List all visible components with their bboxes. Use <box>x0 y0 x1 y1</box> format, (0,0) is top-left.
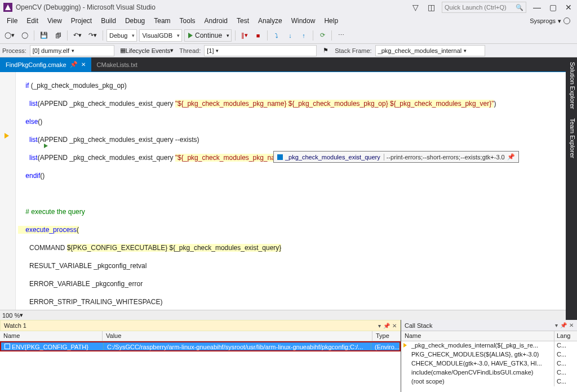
quick-launch-input[interactable]: Quick Launch (Ctrl+Q)🔍 <box>442 2 526 13</box>
stackframe-dropdown[interactable]: _pkg_check_modules_internal <box>375 45 485 56</box>
editor-tabs: FindPkgConfig.cmake📌✕ CMakeLists.txt <box>0 57 566 72</box>
nav-back-button[interactable]: ◯▾ <box>2 29 17 42</box>
tab-findpkgconfig[interactable]: FindPkgConfig.cmake📌✕ <box>0 57 91 72</box>
step-over-button[interactable]: ⤵ <box>271 29 282 42</box>
solution-explorer-tab[interactable]: Solution Explorer <box>566 57 577 114</box>
callstack-col-lang[interactable]: Lang <box>554 331 577 341</box>
search-icon: 🔍 <box>516 4 523 11</box>
current-frame-icon <box>403 343 407 348</box>
menu-tools[interactable]: Tools <box>175 16 200 26</box>
menu-bar: File Edit View Project Build Debug Team … <box>0 15 577 27</box>
stackframe-label: Stack Frame: <box>335 47 371 54</box>
save-button[interactable]: 💾 <box>38 29 50 42</box>
watch-col-type[interactable]: Type <box>372 331 401 341</box>
undo-button[interactable]: ↶▾ <box>71 29 84 42</box>
tb-extra-button[interactable]: ⋯ <box>335 29 347 42</box>
maximize-button[interactable]: ▢ <box>548 2 558 12</box>
debug-location-toolbar: Process: [0] dummy.elf ▦ Lifecycle Event… <box>0 44 577 57</box>
menu-android[interactable]: Android <box>200 16 232 26</box>
gear-icon[interactable] <box>563 17 570 24</box>
main-toolbar: ◯▾ ◯ 💾 🗐 ↶▾ ↷▾ Debug VisualGDB Continue … <box>0 27 577 44</box>
close-icon[interactable]: ✕ <box>392 323 397 329</box>
config-dropdown[interactable]: Debug <box>106 29 137 42</box>
watch-panel-header[interactable]: Watch 1 ▾📌✕ <box>0 320 401 331</box>
menu-team[interactable]: Team <box>149 16 175 26</box>
lifecycle-button[interactable]: ▦ Lifecycle Events ▾ <box>118 44 176 57</box>
menu-window[interactable]: Window <box>287 16 320 26</box>
tab-cmakelists[interactable]: CMakeLists.txt <box>91 57 143 72</box>
cube-icon <box>5 344 10 349</box>
pin-icon[interactable]: 📌 <box>383 323 390 329</box>
cube-icon <box>277 154 283 160</box>
zoom-indicator[interactable]: 100 % ▾ <box>0 310 566 320</box>
watch-row[interactable]: ENV{PKG_CONFIG_PATH} C:/SysGCC/raspberry… <box>0 341 401 351</box>
redo-button[interactable]: ↷▾ <box>86 29 99 42</box>
close-icon[interactable]: ✕ <box>569 322 574 328</box>
menu-build[interactable]: Build <box>96 16 121 26</box>
platform-dropdown[interactable]: VisualGDB <box>139 29 182 42</box>
dropdown-icon[interactable]: ▾ <box>555 322 558 328</box>
break-button[interactable]: ‖▾ <box>239 29 250 42</box>
callstack-row[interactable]: _pkg_check_modules_internal(${_pkg_is_re… <box>401 341 577 350</box>
sysprogs-menu[interactable]: Sysprogs▾ <box>530 17 575 25</box>
menu-project[interactable]: Project <box>66 16 96 26</box>
minimize-button[interactable]: ― <box>532 2 542 12</box>
pin-icon[interactable]: 📌 <box>560 322 567 328</box>
thread-flag-button[interactable]: ⚑ <box>320 44 331 57</box>
pin-icon[interactable]: 📌 <box>507 153 515 161</box>
callstack-row[interactable]: PKG_CHECK_MODULES(${ALIAS}, gtk+-3.0)C..… <box>401 350 577 359</box>
window-title: OpenCV (Debugging) - Microsoft Visual St… <box>16 3 410 11</box>
feedback-icon[interactable]: ◫ <box>426 2 436 12</box>
save-all-button[interactable]: 🗐 <box>52 29 64 42</box>
step-out-button[interactable]: ↑ <box>298 29 309 42</box>
callstack-header[interactable]: Call Stack ▾📌✕ <box>401 320 577 331</box>
menu-analyze[interactable]: Analyze <box>254 16 287 26</box>
process-dropdown[interactable]: [0] dummy.elf <box>30 45 114 56</box>
callstack-list[interactable]: _pkg_check_modules_internal(${_pkg_is_re… <box>401 341 577 392</box>
continue-button[interactable]: Continue <box>184 29 232 42</box>
thread-label: Thread: <box>179 47 201 54</box>
watch-col-value[interactable]: Value <box>103 331 372 341</box>
dropdown-icon[interactable]: ▾ <box>378 323 381 329</box>
play-icon <box>188 33 193 38</box>
code-editor[interactable]: if (_pkg_check_modules_pkg_op) list(APPE… <box>0 72 566 310</box>
tooltip-value: --print-errors;--short-errors;--exists;g… <box>384 154 505 161</box>
menu-help[interactable]: Help <box>319 16 343 26</box>
vs-logo-icon <box>3 3 12 12</box>
watch-col-name[interactable]: Name <box>0 331 103 341</box>
close-button[interactable]: ✕ <box>563 2 574 12</box>
step-into-button[interactable]: ↓ <box>285 29 296 42</box>
menu-view[interactable]: View <box>43 16 66 26</box>
pin-icon[interactable]: 📌 <box>70 61 78 68</box>
restart-button[interactable]: ⟳ <box>317 29 328 42</box>
stop-button[interactable]: ■ <box>252 29 264 42</box>
notifications-icon[interactable]: ▽ <box>410 2 420 12</box>
callstack-row[interactable]: (root scope)C... <box>401 377 577 386</box>
process-label: Process: <box>2 47 26 54</box>
tab-close-icon[interactable]: ✕ <box>81 61 86 68</box>
breakpoint-marker-icon[interactable] <box>5 133 9 139</box>
tooltip-name: _pkg_check_modules_exist_query <box>285 154 380 161</box>
menu-file[interactable]: File <box>2 16 22 26</box>
thread-dropdown[interactable]: [1] <box>204 45 317 56</box>
callstack-col-name[interactable]: Name <box>401 331 554 341</box>
debug-tooltip[interactable]: _pkg_check_modules_exist_query --print-e… <box>273 151 519 163</box>
nav-fwd-button[interactable]: ◯ <box>19 29 30 42</box>
callstack-row[interactable]: include(cmake/OpenCVFindLibsGUI.cmake)C.… <box>401 368 577 377</box>
editor-gutter[interactable] <box>0 72 16 310</box>
menu-test[interactable]: Test <box>232 16 254 26</box>
watch-grid[interactable]: Name Value Type ENV{PKG_CONFIG_PATH} C:/… <box>0 331 401 392</box>
menu-edit[interactable]: Edit <box>22 16 43 26</box>
callstack-row[interactable]: CHECK_MODULE(gtk+-3.0, HAVE_GTK3, HI...C… <box>401 359 577 368</box>
team-explorer-tab[interactable]: Team Explorer <box>566 114 577 163</box>
menu-debug[interactable]: Debug <box>121 16 149 26</box>
